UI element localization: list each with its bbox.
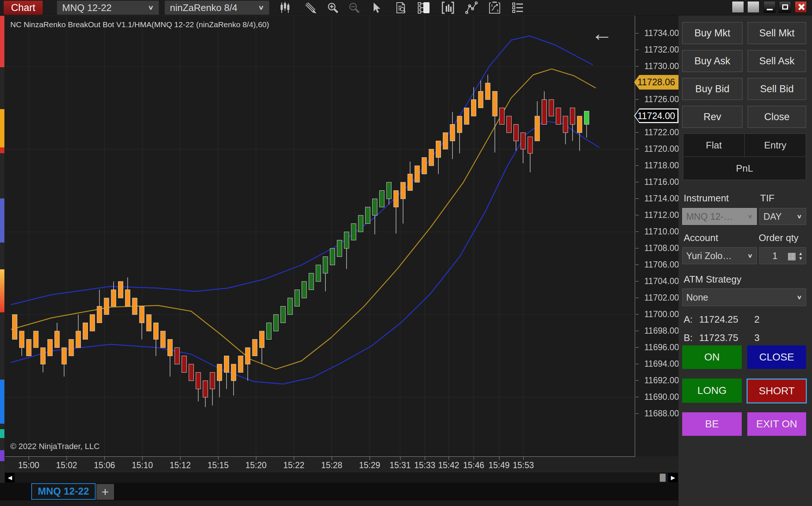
- data-report-icon[interactable]: [393, 1, 409, 14]
- sell-ask-button[interactable]: Sell Ask: [748, 50, 806, 72]
- sell-mkt-button[interactable]: Sell Mkt: [748, 22, 806, 44]
- renko-bar: [210, 373, 215, 389]
- keypad-icon[interactable]: ▦: [787, 250, 797, 262]
- renko-bar: [563, 116, 568, 133]
- chart-plot[interactable]: NC NinzaRenko BreakOut Bot V1.1/HMA(MNQ …: [5, 15, 635, 456]
- instrument-select[interactable]: MNQ 12-… ∨: [682, 208, 757, 225]
- maximize-icon[interactable]: [779, 1, 791, 13]
- time-axis-label: 15:10: [132, 460, 153, 470]
- buy-ask-button[interactable]: Buy Ask: [682, 50, 742, 72]
- window-extra-button-1[interactable]: [732, 1, 744, 13]
- time-axis[interactable]: 15:0015:0215:0615:1015:1215:1515:2015:22…: [4, 456, 679, 472]
- spin-up-icon[interactable]: ▲: [798, 252, 803, 255]
- renko-bar: [351, 224, 356, 240]
- copyright-text: © 2022 NinjaTrader, LLC: [10, 442, 100, 451]
- properties-list-icon[interactable]: [510, 1, 526, 14]
- time-axis-tick: [523, 457, 524, 460]
- time-axis-tick: [474, 457, 474, 460]
- add-tab-button[interactable]: +: [96, 484, 114, 500]
- bid-size: 3: [754, 332, 759, 344]
- window-extra-button-2[interactable]: [747, 1, 759, 13]
- renko-bar: [380, 191, 384, 207]
- tif-select-value: DAY: [763, 211, 782, 222]
- price-axis-tick: [635, 380, 639, 381]
- taskbar-app-icon-edge: [0, 16, 4, 67]
- desktop-edge-strip: [0, 15, 4, 506]
- chart-window-button[interactable]: Chart: [4, 1, 43, 15]
- renko-bar: [457, 116, 462, 133]
- trend-polyline-icon[interactable]: [463, 1, 480, 14]
- time-axis-tick: [449, 457, 449, 460]
- minimize-icon[interactable]: [763, 1, 776, 13]
- trading-panel: Buy Mkt Sell Mkt Buy Ask Sell Ask Buy Bi…: [679, 15, 812, 506]
- price-axis-label: 11700.00: [644, 309, 679, 319]
- scroll-left-icon[interactable]: ◀: [5, 473, 15, 482]
- chart-area: NC NinzaRenko BreakOut Bot V1.1/HMA(MNQ …: [4, 15, 679, 456]
- time-axis-tick: [294, 457, 294, 460]
- renko-bar: [97, 306, 102, 323]
- renko-bar: [295, 290, 300, 306]
- renko-bar: [330, 248, 335, 265]
- price-axis-label: 11706.00: [644, 260, 679, 270]
- short-button[interactable]: SHORT: [747, 378, 807, 403]
- bot-close-button[interactable]: CLOSE: [747, 345, 806, 369]
- time-axis-label: 15:02: [56, 460, 77, 470]
- taskbar-app-icon-edge: [0, 380, 4, 424]
- quantity-stepper[interactable]: 1 ▦ ▲ ▼: [759, 247, 806, 264]
- long-button[interactable]: LONG: [682, 378, 742, 403]
- tab-mnq-12-22[interactable]: MNQ 12-22: [31, 483, 96, 500]
- scrollbar-thumb[interactable]: [660, 474, 666, 482]
- price-chart-svg: [5, 16, 635, 457]
- order-qty-label: Order qty: [759, 232, 798, 244]
- reverse-button[interactable]: Rev: [682, 106, 742, 128]
- cursor-pointer-icon[interactable]: [368, 1, 384, 14]
- chevron-down-icon: ∨: [148, 4, 154, 11]
- zoom-out-icon[interactable]: [346, 1, 362, 14]
- renko-bar: [118, 281, 123, 298]
- buy-mkt-button[interactable]: Buy Mkt: [682, 22, 742, 44]
- bot-on-button[interactable]: ON: [682, 345, 742, 369]
- renko-bar: [514, 125, 519, 141]
- chevron-down-icon: ∨: [747, 213, 753, 220]
- time-axis-label: 15:29: [359, 460, 380, 470]
- bid-quote-row: B: 11723.75 3: [684, 332, 759, 344]
- time-axis-tick: [29, 457, 29, 460]
- spin-down-icon[interactable]: ▼: [798, 256, 803, 260]
- tif-select[interactable]: DAY ∨: [759, 208, 806, 225]
- draw-pencil-icon[interactable]: [303, 1, 319, 14]
- renko-bar: [146, 315, 151, 331]
- instrument-dropdown[interactable]: MNQ 12-22 ∨: [57, 1, 159, 15]
- zoom-in-icon[interactable]: [325, 1, 341, 14]
- price-axis-label: 11714.00: [644, 194, 679, 204]
- position-state-cell: Flat: [683, 133, 745, 157]
- horizontal-scrollbar[interactable]: ◀ ▶: [4, 472, 679, 483]
- renko-bar: [40, 348, 45, 364]
- close-position-button[interactable]: Close: [748, 106, 806, 128]
- renko-bar: [83, 323, 88, 340]
- atm-strategy-select[interactable]: None ∨: [682, 288, 806, 306]
- chart-style-icon[interactable]: [440, 1, 456, 14]
- tif-label: TIF: [760, 193, 774, 204]
- time-axis-tick: [370, 457, 370, 460]
- account-select[interactable]: Yuri Zolo… ∨: [682, 247, 757, 264]
- sell-bid-button[interactable]: Sell Bid: [748, 78, 806, 100]
- renko-bar: [422, 158, 427, 174]
- exit-on-button[interactable]: EXIT ON: [747, 412, 806, 436]
- scroll-right-icon[interactable]: ▶: [668, 473, 678, 482]
- close-icon[interactable]: [795, 1, 807, 13]
- renko-bar: [485, 83, 490, 100]
- strategy-board-icon[interactable]: x x: [487, 1, 503, 14]
- chart-objects-icon[interactable]: [416, 1, 432, 14]
- time-axis-tick: [400, 457, 400, 460]
- candlestick-chart-icon[interactable]: [277, 1, 293, 14]
- buy-bid-button[interactable]: Buy Bid: [682, 78, 742, 100]
- taskbar-app-icon-edge: [0, 198, 4, 243]
- renko-bar: [387, 182, 391, 199]
- renko-bar: [231, 364, 236, 381]
- back-arrow-icon[interactable]: ←: [591, 26, 613, 41]
- time-axis-tick: [67, 457, 67, 460]
- breakeven-button[interactable]: BE: [682, 412, 742, 436]
- renko-bar: [224, 356, 229, 373]
- renko-bar: [556, 108, 561, 125]
- series-dropdown[interactable]: ninZaRenko 8/4 ∨: [165, 1, 269, 15]
